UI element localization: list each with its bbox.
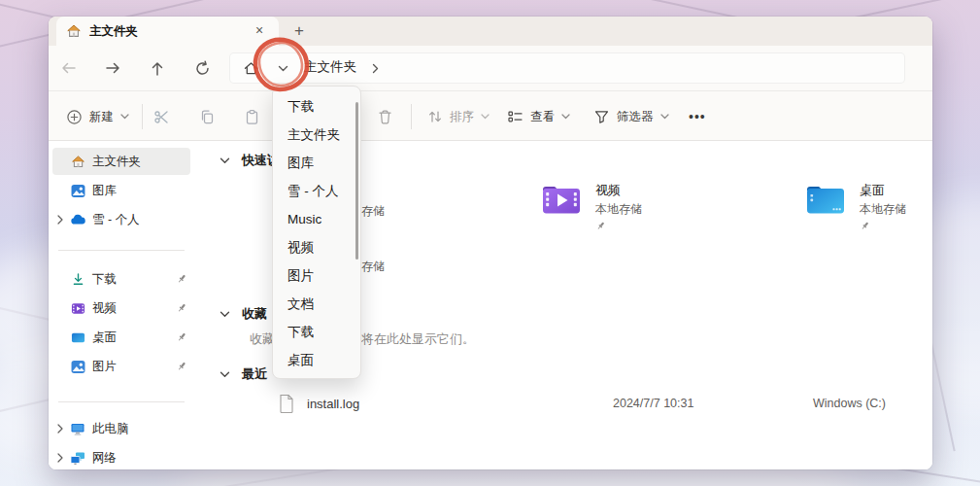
home-icon <box>66 23 82 39</box>
forward-button[interactable] <box>99 54 126 82</box>
sidebar-item-network[interactable]: 网络 <box>52 444 190 469</box>
pin-icon <box>173 302 190 314</box>
view-button[interactable]: 查看 <box>503 101 574 132</box>
sidebar-item-this-pc[interactable]: 此电脑 <box>52 415 190 442</box>
sidebar-item-gallery[interactable]: 图库 <box>52 177 190 204</box>
tab-home-folder[interactable]: 主文件夹 × <box>56 17 279 46</box>
pin-icon <box>173 331 190 343</box>
new-button-label: 新建 <box>89 109 114 125</box>
tile-desktop[interactable]: 桌面 本地存储 <box>805 182 906 231</box>
tile-subtitle: 本地存储 <box>860 201 906 218</box>
refresh-icon <box>194 60 211 77</box>
tab-close-button[interactable]: × <box>250 21 269 41</box>
menu-item-onedrive[interactable]: 雪 - 个人 <box>273 177 360 205</box>
menu-item-documents[interactable]: 文档 <box>273 290 360 318</box>
sidebar-divider <box>58 250 185 251</box>
expand-chevron-icon[interactable] <box>52 453 68 463</box>
menu-item-downloads[interactable]: 下载 <box>273 92 360 121</box>
up-button[interactable] <box>144 54 171 82</box>
section-label: 收藏 <box>242 305 267 323</box>
chevron-down-icon <box>660 114 669 120</box>
forward-arrow-icon <box>105 60 121 76</box>
refresh-button[interactable] <box>188 54 216 82</box>
chevron-down-icon <box>120 114 129 120</box>
file-row-install-log[interactable]: install.log 2024/7/7 10:31 Windows (C:) <box>194 392 932 419</box>
paste-button[interactable] <box>240 101 264 132</box>
tab-bar: 主文件夹 × + <box>49 17 932 46</box>
trash-icon <box>377 109 393 125</box>
menu-item-pictures[interactable]: 图片 <box>273 261 360 290</box>
tile-subtitle: 本地存储 <box>595 201 642 218</box>
expand-chevron-icon[interactable] <box>52 424 68 434</box>
section-recent[interactable]: 最近 <box>220 365 267 383</box>
sidebar-item-label: 下载 <box>92 271 173 288</box>
menu-item-downloads-2[interactable]: 下载 <box>273 318 360 346</box>
filter-button[interactable]: 筛选器 <box>590 101 673 132</box>
menu-scrollbar[interactable] <box>355 102 358 260</box>
sidebar-item-label: 此电脑 <box>92 421 190 437</box>
back-button[interactable] <box>54 54 82 82</box>
menu-item-videos[interactable]: 视频 <box>273 233 360 261</box>
new-tab-button[interactable]: + <box>287 19 311 43</box>
sort-button[interactable]: 排序 <box>423 101 493 132</box>
up-arrow-icon <box>150 60 165 77</box>
chevron-down-icon <box>561 114 570 120</box>
chevron-down-icon <box>481 114 490 120</box>
tile-name: 视频 <box>595 182 642 199</box>
chevron-down-icon <box>278 65 288 72</box>
sidebar-item-home[interactable]: 主文件夹 <box>52 148 190 175</box>
collapse-chevron-icon <box>220 371 230 378</box>
tile-name: 桌面 <box>860 182 906 199</box>
sidebar-item-label: 图片 <box>92 359 173 375</box>
cut-button[interactable] <box>150 101 174 132</box>
videos-folder-icon <box>541 182 582 216</box>
window-body: 主文件夹 图库 雪 - 个人 <box>49 141 932 469</box>
menu-item-home[interactable]: 主文件夹 <box>273 121 360 149</box>
scissors-icon <box>153 109 170 125</box>
pin-icon <box>595 221 606 231</box>
pin-icon <box>173 273 190 285</box>
pin-icon <box>860 221 870 231</box>
new-button[interactable]: 新建 <box>62 101 133 132</box>
tab-title: 主文件夹 <box>89 23 250 40</box>
file-date: 2024/7/7 10:31 <box>613 397 693 410</box>
plus-circle-icon <box>66 109 83 125</box>
back-arrow-icon <box>60 60 77 76</box>
sort-arrows-icon <box>427 109 443 124</box>
section-favorites[interactable]: 收藏 <box>220 305 267 323</box>
sort-button-label: 排序 <box>450 109 474 125</box>
address-dropdown-button[interactable] <box>269 54 296 82</box>
hidden-tile-label-fragment: 存储 <box>361 203 385 220</box>
breadcrumb[interactable]: 主文件夹 <box>304 58 356 76</box>
sidebar-item-downloads[interactable]: 下载 <box>52 265 190 293</box>
menu-item-music[interactable]: Music <box>273 205 360 233</box>
sidebar-item-desktop[interactable]: 桌面 <box>52 324 190 351</box>
breadcrumb-chevron-button[interactable] <box>361 54 389 82</box>
copy-button[interactable] <box>195 101 220 132</box>
more-options-label: ••• <box>689 109 706 124</box>
file-name: install.log <box>307 397 359 411</box>
view-list-icon <box>507 109 524 124</box>
more-options-button[interactable]: ••• <box>685 101 710 132</box>
tile-videos[interactable]: 视频 本地存储 <box>541 182 642 231</box>
navigation-bar: 主文件夹 <box>49 46 932 90</box>
command-toolbar: 新建 <box>49 90 932 141</box>
home-icon <box>68 155 87 169</box>
expand-chevron-icon[interactable] <box>52 215 68 225</box>
download-icon <box>68 272 87 287</box>
menu-item-gallery[interactable]: 图库 <box>273 149 360 177</box>
paste-icon <box>244 109 260 125</box>
funnel-icon <box>593 109 610 124</box>
sidebar-item-pictures[interactable]: 图片 <box>52 353 190 380</box>
sidebar-item-onedrive[interactable]: 雪 - 个人 <box>52 206 190 233</box>
section-label: 最近 <box>242 365 267 383</box>
collapse-chevron-icon <box>220 311 230 318</box>
sidebar-item-videos[interactable]: 视频 <box>52 295 190 322</box>
desktop-background: 主文件夹 × + <box>0 0 980 486</box>
address-home-button[interactable] <box>237 54 264 82</box>
video-icon <box>68 301 87 316</box>
onedrive-cloud-icon <box>68 214 87 226</box>
menu-item-desktop[interactable]: 桌面 <box>273 346 360 374</box>
chevron-right-icon <box>372 63 379 74</box>
delete-button[interactable] <box>373 101 397 132</box>
